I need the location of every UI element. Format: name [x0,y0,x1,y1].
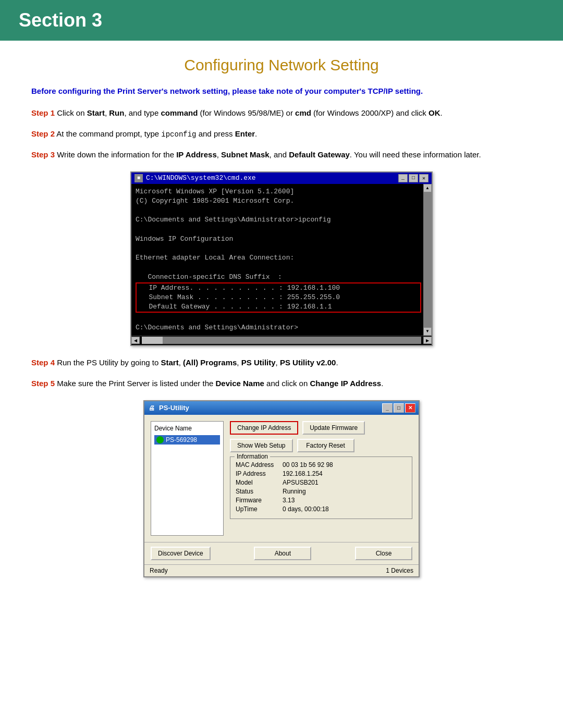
discover-device-button[interactable]: Discover Device [151,547,211,560]
firmware-value: 3.13 [283,497,295,504]
ps-button-row-1: Change IP Address Update Firmware [230,421,412,435]
page-title: Configuring Network Setting [31,56,532,74]
device-name-label: Device Name [154,425,220,432]
uptime-value: 0 days, 00:00:18 [283,505,329,513]
step-2-label: Step 2 [31,129,55,138]
info-legend: Information [235,453,270,460]
cmd-line-7: Ethernet adapter Local Area Connection: [136,253,421,263]
ps-button-row-2: Show Web Setup Factory Reset [230,439,412,452]
step-5-text: Make sure the Print Server is listed und… [57,379,383,388]
info-row-mac: MAC Address 00 03 1b 56 92 98 [236,461,407,468]
change-ip-button[interactable]: Change IP Address [230,421,298,435]
cmd-hscroll-track [142,337,421,344]
status-label: Status [236,488,283,495]
update-firmware-button[interactable]: Update Firmware [302,421,365,435]
ps-restore-btn[interactable]: □ [394,403,404,413]
status-left: Ready [150,567,168,574]
ip-label: IP Address [236,470,283,477]
cmd-titlebar-left: ■ C:\WINDOWS\system32\cmd.exe [134,174,256,182]
device-name: PS-569298 [166,436,197,443]
cmd-body-wrapper: Microsoft Windows XP [Version 5.1.2600] … [131,184,432,336]
cmd-line-4 [136,225,421,235]
ps-minimize-btn[interactable]: _ [382,403,393,413]
ps-titlebar-buttons: _ □ ✕ [382,403,415,413]
step-4-label: Step 4 [31,358,55,367]
ps-bottom-row: Discover Device About Close [144,542,419,564]
status-value: Running [283,488,306,495]
step-1: Step 1 Click on Start, Run, and type com… [31,107,532,119]
cmd-scroll-left[interactable]: ◀ [131,337,140,344]
ps-status-bar: Ready 1 Devices [144,564,419,576]
ps-title: PS-Utility [159,404,189,412]
cmd-line-prompt: C:\Documents and Settings\Administrator> [136,323,421,332]
cmd-hscroll-thumb [142,337,163,344]
step-4-text: Run the PS Utility by going to Start, (A… [57,358,338,367]
section-title: Section 3 [19,9,544,31]
step-5: Step 5 Make sure the Print Server is lis… [31,377,532,390]
device-status-icon [156,436,164,443]
show-web-setup-button[interactable]: Show Web Setup [230,439,293,452]
cmd-close-btn[interactable]: ✕ [419,174,429,182]
warning-text: Before configuring the Print Server's ne… [31,85,532,97]
cmd-line-8 [136,263,421,272]
cmd-line-1: (C) Copyright 1985-2001 Microsoft Corp. [136,196,421,206]
status-right: 1 Devices [386,567,413,574]
about-button[interactable]: About [254,547,311,560]
cmd-line-6 [136,244,421,253]
close-button[interactable]: Close [355,547,412,560]
step-1-text: Click on Start, Run, and type command (f… [57,108,443,117]
ps-close-btn[interactable]: ✕ [405,403,415,413]
cmd-icon: ■ [134,174,143,182]
cmd-line-3: C:\Documents and Settings\Administrator>… [136,215,421,225]
step-3: Step 3 Write down the information for th… [31,149,532,161]
step-1-label: Step 1 [31,108,55,117]
cmd-scroll-down[interactable]: ▼ [423,327,432,336]
cmd-scrollbar[interactable]: ▲ ▼ [423,184,432,336]
step-4: Step 4 Run the PS Utility by going to St… [31,356,532,369]
cmd-line-9: Connection-specific DNS Suffix : [136,273,421,282]
info-row-model: Model APSUSB201 [236,479,407,486]
info-row-uptime: UpTime 0 days, 00:00:18 [236,505,407,513]
cmd-line-subnet: Subnet Mask . . . . . . . . . . : 255.25… [137,293,420,302]
info-row-status: Status Running [236,488,407,495]
cmd-line-gateway: Default Gateway . . . . . . . . : 192.16… [137,302,420,312]
cmd-line-blank [136,313,421,323]
cmd-restore-btn[interactable]: □ [409,174,418,182]
cmd-bottom-scrollbar[interactable]: ◀ ▶ [131,336,432,345]
mac-value: 00 03 1b 56 92 98 [283,461,333,468]
cmd-minimize-btn[interactable]: _ [398,174,408,182]
cmd-window: ■ C:\WINDOWS\system32\cmd.exe _ □ ✕ Micr… [130,171,433,346]
step-3-text: Write down the information for the IP Ad… [57,150,481,159]
ps-app-icon: 🖨 [148,404,156,412]
cmd-scroll-up[interactable]: ▲ [423,184,432,192]
uptime-label: UpTime [236,505,283,513]
cmd-body: Microsoft Windows XP [Version 5.1.2600] … [131,184,432,336]
step-2-text: At the command prompt, type ipconfig and… [56,129,257,138]
ip-value: 192.168.1.254 [283,470,323,477]
info-row-ip: IP Address 192.168.1.254 [236,470,407,477]
factory-reset-button[interactable]: Factory Reset [297,439,354,452]
model-value: APSUSB201 [283,479,319,486]
ps-device-item[interactable]: PS-569298 [154,435,220,445]
step-2: Step 2 At the command prompt, type ipcon… [31,128,532,140]
ps-info-group: Information MAC Address 00 03 1b 56 92 9… [230,456,412,519]
section-header: Section 3 [0,0,563,41]
ps-titlebar: 🖨 PS-Utility _ □ ✕ [144,401,419,415]
ps-utility-window: 🖨 PS-Utility _ □ ✕ Device Name PS-569298 [143,400,420,577]
step-3-label: Step 3 [31,150,55,159]
cmd-line-0: Microsoft Windows XP [Version 5.1.2600] [136,187,421,196]
mac-label: MAC Address [236,461,283,468]
ps-body: Device Name PS-569298 Change IP Address … [144,415,419,542]
firmware-label: Firmware [236,497,283,504]
step-5-label: Step 5 [31,379,55,388]
cmd-scroll-right[interactable]: ▶ [423,337,432,344]
info-row-firmware: Firmware 3.13 [236,497,407,504]
ps-right-panel: Change IP Address Update Firmware Show W… [230,421,412,536]
cmd-title: C:\WINDOWS\system32\cmd.exe [146,174,256,182]
model-label: Model [236,479,283,486]
cmd-titlebar-buttons: _ □ ✕ [398,174,429,182]
cmd-line-5: Windows IP Configuration [136,235,421,244]
cmd-titlebar: ■ C:\WINDOWS\system32\cmd.exe _ □ ✕ [131,172,432,184]
cmd-line-ip: IP Address. . . . . . . . . . . : 192.16… [137,283,420,293]
ps-left-panel: Device Name PS-569298 [151,421,224,536]
